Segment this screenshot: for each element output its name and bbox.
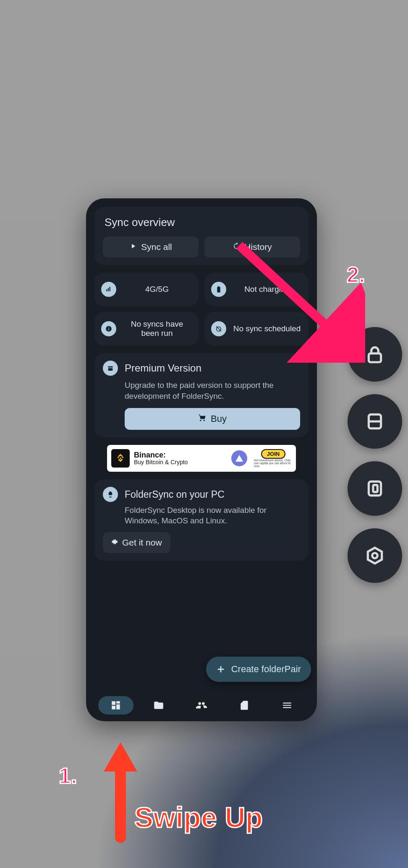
gear-icon xyxy=(111,538,119,548)
annotation-swipe-arrow xyxy=(106,742,135,843)
sd-card-icon xyxy=(239,700,250,711)
dashboard-icon xyxy=(110,700,121,711)
play-icon xyxy=(129,242,137,252)
ad-fineprint: Not investment advice. Only use capital … xyxy=(254,459,292,468)
popup-window-button[interactable] xyxy=(348,461,402,516)
premium-title: Premium Version xyxy=(125,362,201,374)
svg-line-14 xyxy=(239,245,350,348)
store-icon xyxy=(103,361,118,376)
sync-all-label: Sync all xyxy=(141,242,172,252)
status-network-text: 4G/5G xyxy=(122,285,192,294)
premium-body: Upgrade to the paid version to support t… xyxy=(125,380,300,401)
svg-rect-10 xyxy=(369,481,381,495)
alarm-off-icon xyxy=(211,321,226,336)
signal-icon xyxy=(101,282,116,297)
annotation-swipe-label: Swipe Up xyxy=(134,801,263,834)
hex-settings-icon xyxy=(364,545,385,566)
menu-icon xyxy=(282,700,293,711)
pc-title: FolderSync on your PC xyxy=(125,489,225,500)
status-syncs-text: No syncs have been run xyxy=(122,320,192,338)
buy-button[interactable]: Buy xyxy=(125,408,300,430)
people-icon xyxy=(196,700,207,711)
settings-button[interactable] xyxy=(348,528,402,583)
recents-side-actions xyxy=(348,327,402,583)
ad-text: Binance: Buy Bitcoin & Crypto xyxy=(134,451,188,465)
buy-label: Buy xyxy=(211,413,227,424)
folder-icon xyxy=(153,700,164,711)
get-it-label: Get it now xyxy=(122,538,162,548)
nav-storage[interactable] xyxy=(227,696,262,715)
split-screen-button[interactable] xyxy=(348,394,402,449)
fab-label: Create folderPair xyxy=(231,664,301,675)
popup-window-icon xyxy=(364,478,385,499)
info-icon xyxy=(101,321,116,336)
split-screen-icon xyxy=(364,411,385,432)
pc-body: FolderSync Desktop is now available for … xyxy=(125,505,300,526)
create-folderpair-fab[interactable]: Create folderPair xyxy=(206,657,311,682)
premium-card: Premium Version Upgrade to the paid vers… xyxy=(94,353,309,437)
nav-dashboard[interactable] xyxy=(98,696,133,715)
binance-icon xyxy=(111,449,130,468)
card-title: Sync overview xyxy=(105,216,300,229)
svg-rect-2 xyxy=(108,327,109,328)
nav-accounts[interactable] xyxy=(184,696,219,715)
pc-card: FolderSync on your PC FolderSync Desktop… xyxy=(94,479,309,560)
svg-point-13 xyxy=(372,553,378,559)
svg-rect-1 xyxy=(108,328,109,330)
battery-icon xyxy=(211,282,226,297)
ethereum-icon xyxy=(231,450,247,466)
annotation-arrow-to-lock xyxy=(235,241,365,363)
ad-cta[interactable]: JOIN xyxy=(261,449,285,459)
svg-marker-12 xyxy=(368,548,382,564)
ad-subtitle: Buy Bitcoin & Crypto xyxy=(134,459,188,465)
annotation-step2: 2. xyxy=(347,262,365,287)
status-syncs: No syncs have been run xyxy=(94,312,199,346)
get-it-button[interactable]: Get it now xyxy=(103,532,170,553)
ad-banner[interactable]: Binance: Buy Bitcoin & Crypto JOIN Not i… xyxy=(107,445,296,472)
nav-folders[interactable] xyxy=(141,696,176,715)
ad-title: Binance: xyxy=(134,451,188,459)
svg-rect-7 xyxy=(369,353,381,362)
svg-rect-11 xyxy=(373,485,377,492)
sync-all-button[interactable]: Sync all xyxy=(103,236,199,257)
lock-icon xyxy=(364,344,385,365)
annotation-step1: 1. xyxy=(59,763,77,788)
cart-icon xyxy=(198,413,207,424)
nav-menu[interactable] xyxy=(269,696,305,715)
bottom-nav xyxy=(94,689,309,721)
status-network: 4G/5G xyxy=(94,273,199,306)
rocket-icon xyxy=(103,487,118,502)
